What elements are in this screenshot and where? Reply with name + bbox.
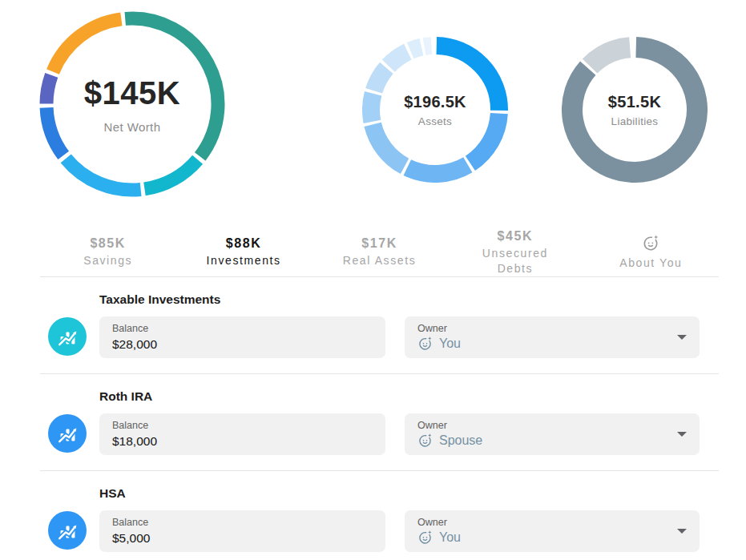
balance-field-label: Balance — [112, 323, 373, 334]
owner-field-value: You — [439, 336, 461, 351]
owner-dropdown[interactable]: Owner Spouse — [405, 413, 700, 455]
owner-field-value: You — [439, 530, 461, 545]
face-sparkle-icon — [642, 234, 659, 252]
tab-unsecured-debts[interactable]: $45K Unsecured Debts — [447, 228, 583, 275]
tab-unsecured-debts-label: Unsecured Debts — [465, 246, 565, 275]
balance-field[interactable]: Balance $28,000 — [99, 316, 385, 358]
chevron-down-icon[interactable] — [677, 432, 687, 437]
account-title: Taxable Investments — [99, 292, 700, 307]
balance-field-label: Balance — [112, 517, 373, 528]
net-worth-donut-svg — [39, 11, 225, 197]
stats-icon — [56, 325, 79, 348]
chevron-down-icon[interactable] — [677, 529, 687, 534]
category-tab-bar: $85K Savings $88K Investments $17K Real … — [40, 228, 719, 277]
tab-investments-label: Investments — [207, 253, 281, 268]
balance-field-value[interactable]: $18,000 — [112, 434, 373, 449]
balance-field[interactable]: Balance $18,000 — [99, 413, 385, 455]
net-worth-donut-chart: $145K Net Worth — [39, 11, 225, 197]
owner-field-label: Owner — [417, 323, 687, 334]
balance-field-label: Balance — [112, 420, 373, 431]
stats-icon — [56, 422, 79, 445]
account-badge — [48, 414, 87, 453]
tab-investments[interactable]: $88K Investments — [175, 236, 311, 268]
account-title: HSA — [99, 486, 700, 501]
liabilities-donut-svg — [562, 37, 708, 183]
tab-savings[interactable]: $85K Savings — [40, 236, 175, 268]
owner-field-value: Spouse — [439, 433, 482, 448]
account-row-roth-ira: Roth IRA Balance $18,000 Owner Spouse — [0, 374, 746, 470]
tab-about-you[interactable]: About You — [583, 234, 719, 270]
balance-field[interactable]: Balance $5,000 — [99, 510, 385, 552]
stats-icon — [56, 519, 79, 542]
liabilities-donut-chart: $51.5K Liabilities — [562, 37, 708, 183]
tab-savings-label: Savings — [83, 253, 132, 268]
tab-real-assets[interactable]: $17K Real Assets — [312, 236, 447, 268]
balance-field-value[interactable]: $5,000 — [112, 531, 373, 546]
account-row-hsa: HSA Balance $5,000 Owner You — [0, 471, 746, 560]
tab-about-you-label: About You — [619, 256, 682, 270]
account-badge — [48, 511, 87, 550]
account-badge — [48, 317, 87, 356]
tab-investments-value: $88K — [226, 236, 262, 252]
owner-field-label: Owner — [417, 420, 687, 431]
account-row-taxable-investments: Taxable Investments Balance $28,000 Owne… — [0, 277, 746, 373]
assets-donut-chart: $196.5K Assets — [362, 37, 508, 183]
tab-unsecured-debts-value: $45K — [498, 228, 534, 244]
owner-dropdown[interactable]: Owner You — [405, 510, 700, 552]
tab-savings-value: $85K — [90, 236, 126, 252]
owner-field-label: Owner — [417, 517, 687, 528]
account-title: Roth IRA — [99, 389, 700, 404]
face-sparkle-icon — [417, 336, 433, 351]
tab-real-assets-label: Real Assets — [343, 253, 417, 268]
balance-field-value[interactable]: $28,000 — [112, 337, 373, 352]
tab-real-assets-value: $17K — [361, 236, 397, 252]
face-sparkle-icon — [417, 433, 433, 448]
owner-dropdown[interactable]: Owner You — [405, 316, 700, 358]
face-sparkle-icon — [417, 530, 433, 545]
assets-donut-svg — [362, 37, 508, 183]
chevron-down-icon[interactable] — [677, 335, 687, 340]
summary-charts: $145K Net Worth $196.5K Assets $51.5K Li… — [0, 0, 746, 218]
